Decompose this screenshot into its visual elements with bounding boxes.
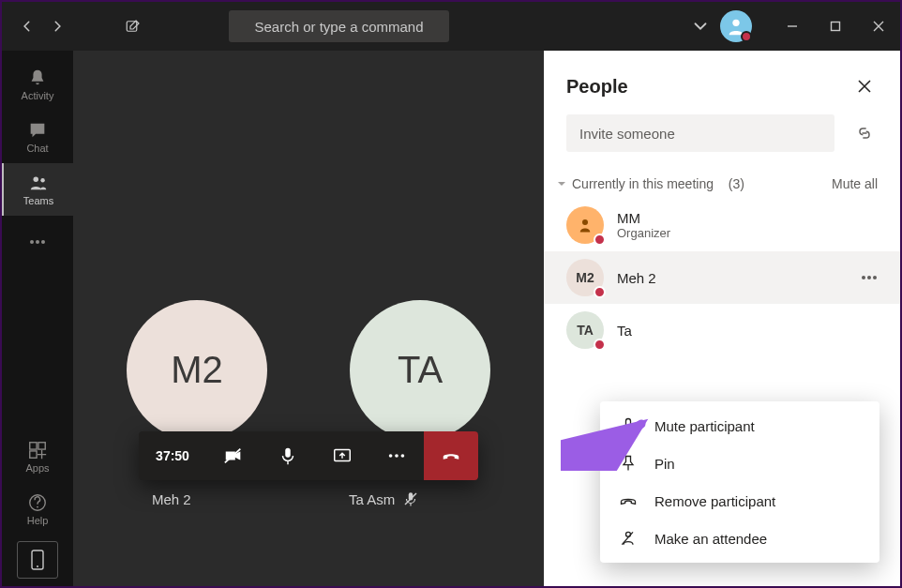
back-button[interactable]	[15, 14, 39, 38]
participant-role: Organizer	[617, 226, 670, 240]
svg-point-13	[37, 506, 38, 508]
invite-placeholder-text: Invite someone	[579, 126, 675, 142]
section-label: Currently in this meeting	[572, 176, 714, 191]
rail-chat-label: Chat	[26, 143, 48, 154]
participant-name: Ta	[617, 323, 632, 339]
participant-name: MM	[617, 210, 670, 226]
avatar	[566, 206, 604, 244]
rail-teams-label: Teams	[23, 195, 53, 206]
call-timer: 37:50	[139, 431, 206, 480]
presence-dot-icon	[741, 31, 752, 42]
left-rail: Activity Chat Teams Apps	[2, 51, 73, 586]
main-area: Activity Chat Teams Apps	[2, 51, 900, 586]
presence-chevron-icon[interactable]	[690, 16, 711, 37]
participant-name-right: Ta Asm	[349, 490, 419, 507]
menu-make-attendee[interactable]: Make an attendee	[600, 520, 879, 557]
compose-icon[interactable]	[120, 13, 146, 39]
svg-rect-3	[832, 23, 840, 31]
rail-phone-button[interactable]	[17, 541, 58, 579]
svg-point-7	[36, 240, 39, 244]
participant-name: Meh 2	[617, 270, 656, 286]
svg-rect-11	[30, 451, 37, 458]
user-avatar-button[interactable]	[720, 10, 752, 42]
svg-point-15	[37, 565, 38, 567]
share-screen-button[interactable]	[315, 431, 369, 480]
svg-point-1	[732, 20, 739, 26]
search-placeholder-text: Search or type a command	[254, 19, 423, 35]
participant-more-button[interactable]	[861, 275, 878, 280]
maximize-button[interactable]	[814, 5, 857, 48]
svg-point-25	[582, 219, 588, 225]
avatar: M2	[566, 259, 604, 296]
avatar: TA	[566, 311, 604, 349]
svg-point-21	[401, 454, 405, 458]
svg-point-4	[34, 177, 39, 183]
minimize-button[interactable]	[771, 5, 814, 48]
svg-point-28	[873, 276, 877, 279]
svg-rect-17	[285, 448, 291, 458]
panel-title: People	[566, 76, 628, 98]
invite-input[interactable]: Invite someone	[566, 114, 834, 152]
panel-close-button[interactable]	[851, 73, 878, 99]
more-actions-button[interactable]	[369, 431, 424, 480]
rail-teams[interactable]: Teams	[2, 163, 73, 216]
svg-rect-29	[626, 419, 631, 428]
rail-activity[interactable]: Activity	[2, 58, 73, 111]
app-window: Search or type a command Activity Chat	[2, 2, 900, 586]
hangup-button[interactable]	[424, 431, 478, 480]
copy-link-button[interactable]	[851, 120, 878, 146]
person-icon	[577, 216, 594, 234]
participant-row[interactable]: MM Organizer	[544, 199, 900, 251]
participant-context-menu: Mute participant Pin Remove participant …	[600, 401, 879, 563]
section-count: (3)	[729, 176, 744, 191]
participant-row[interactable]: M2 Meh 2	[544, 251, 900, 304]
camera-toggle-button[interactable]	[206, 431, 261, 480]
call-control-bar: 37:50	[139, 431, 478, 480]
people-panel: People Invite someone Currently in this …	[544, 51, 900, 586]
search-input[interactable]: Search or type a command	[229, 10, 449, 42]
muted-icon	[402, 490, 419, 507]
participant-avatar-m2: M2	[127, 300, 267, 441]
svg-point-20	[395, 454, 398, 458]
mute-all-button[interactable]: Mute all	[832, 176, 878, 191]
svg-point-26	[862, 276, 865, 279]
svg-point-19	[389, 454, 393, 458]
svg-point-6	[30, 240, 34, 244]
chevron-down-icon	[557, 179, 566, 188]
rail-more[interactable]	[2, 216, 73, 268]
forward-button[interactable]	[45, 14, 69, 38]
participant-name-left: Meh 2	[152, 491, 191, 507]
participant-row[interactable]: TA Ta	[544, 304, 900, 356]
rail-apps-label: Apps	[25, 462, 49, 474]
rail-chat[interactable]: Chat	[2, 111, 73, 163]
menu-remove-participant[interactable]: Remove participant	[600, 482, 879, 520]
microphone-toggle-button[interactable]	[261, 431, 315, 480]
titlebar: Search or type a command	[2, 2, 900, 51]
svg-point-27	[867, 276, 871, 279]
svg-point-8	[41, 240, 45, 244]
rail-help-label: Help	[27, 515, 49, 526]
menu-mute-participant[interactable]: Mute participant	[600, 407, 879, 445]
svg-rect-10	[38, 443, 45, 449]
section-toggle[interactable]: Currently in this meeting (3)	[557, 176, 744, 191]
close-button[interactable]	[857, 5, 900, 48]
svg-rect-9	[30, 443, 37, 449]
svg-point-5	[40, 178, 44, 182]
rail-apps[interactable]: Apps	[2, 430, 73, 483]
rail-help[interactable]: Help	[2, 483, 73, 535]
meeting-stage: M2 TA 37:50	[73, 51, 544, 586]
rail-activity-label: Activity	[22, 90, 54, 101]
menu-pin[interactable]: Pin	[600, 445, 879, 482]
participant-avatar-ta: TA	[350, 300, 490, 441]
